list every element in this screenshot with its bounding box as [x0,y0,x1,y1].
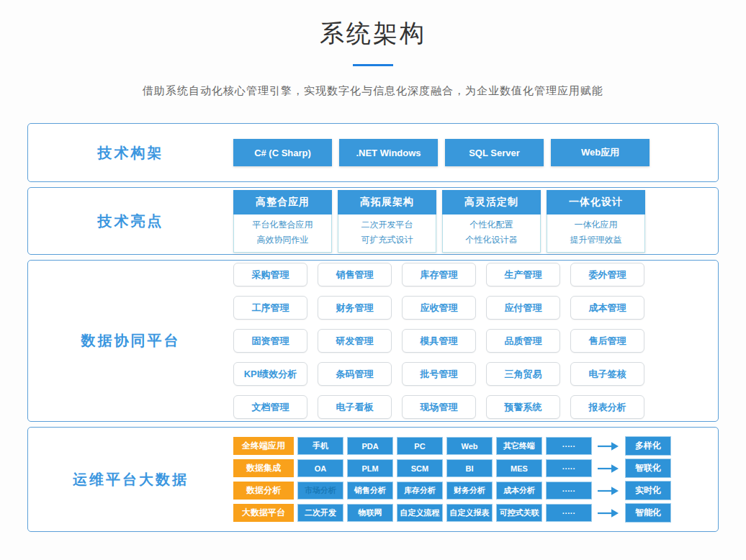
tech-framework-button[interactable]: Web应用 [551,139,650,166]
ops-item-button[interactable]: ····· [546,459,592,477]
platform-module-button[interactable]: 电子看板 [318,395,392,419]
ops-item-button[interactable]: 库存分析 [397,482,443,500]
ops-category-button[interactable]: 全终端应用 [233,437,294,455]
platform-module-button[interactable]: 成本管理 [570,296,644,320]
section-label-ops-bigdata: 运维平台大数据 [28,470,233,489]
data-platform-grid: 采购管理销售管理库存管理生产管理委外管理工序管理财务管理应收管理应付管理成本管理… [233,263,644,419]
platform-module-button[interactable]: 售后管理 [570,329,644,353]
ops-item-button[interactable]: Web [446,437,493,455]
highlight-card-body: 个性化配置个性化设计器 [442,214,541,253]
ops-item-button[interactable]: ····· [546,482,592,500]
section-label-tech-framework: 技术构架 [28,143,233,163]
platform-module-button[interactable]: 条码管理 [318,362,392,386]
ops-item-button[interactable]: PDA [347,437,393,455]
platform-module-button[interactable]: 品质管理 [486,329,560,353]
highlight-card-line: 平台化整合应用 [234,217,331,232]
highlight-card-line: 高效协同作业 [234,232,331,248]
platform-module-button[interactable]: 采购管理 [233,263,307,286]
ops-item-button[interactable]: BI [446,459,493,477]
highlight-card-line: 二次开发平台 [338,217,436,232]
tech-framework-button[interactable]: C# (C Sharp) [233,139,332,166]
highlight-card-header: 高拓展架构 [338,190,436,214]
section-tech-highlights: 技术亮点 高整合应用平台化整合应用高效协同作业高拓展架构二次开发平台可扩充式设计… [27,187,719,255]
ops-item-button[interactable]: SCM [397,459,443,477]
ops-item-button[interactable]: 财务分析 [446,482,493,500]
ops-item-button[interactable]: 二次开发 [297,504,343,522]
highlight-card-line: 提升管理效益 [547,232,644,248]
platform-module-button[interactable]: KPI绩效分析 [233,362,307,386]
ops-item-button[interactable]: 其它终端 [496,437,542,455]
platform-module-button[interactable]: 工序管理 [233,296,307,320]
title-underline [353,64,393,66]
ops-row: 大数据平台二次开发物联网自定义流程自定义报表可控式关联·····智能化 [233,503,671,523]
platform-module-button[interactable]: 应付管理 [486,296,560,320]
ops-item-button[interactable]: 销售分析 [347,482,393,500]
ops-item-button[interactable]: 成本分析 [496,482,542,500]
section-label-tech-highlights: 技术亮点 [28,212,233,231]
ops-category-button[interactable]: 数据分析 [233,482,294,500]
ops-row: 数据分析市场分析销售分析库存分析财务分析成本分析·····实时化 [233,481,671,500]
ops-category-button[interactable]: 数据集成 [233,459,294,477]
highlight-card-body: 一体化应用提升管理效益 [547,214,645,253]
platform-module-button[interactable]: 应收管理 [402,296,476,320]
arrow-right-icon [598,464,619,474]
highlight-card-header: 一体化设计 [547,190,645,214]
ops-item-button[interactable]: 市场分析 [297,482,343,500]
platform-module-button[interactable]: 库存管理 [402,263,476,286]
highlight-card: 一体化设计一体化应用提升管理效益 [547,190,645,253]
highlight-card: 高灵活定制个性化配置个性化设计器 [442,190,541,253]
ops-item-button[interactable]: 物联网 [347,504,393,522]
tech-framework-buttons: C# (C Sharp).NET WindowsSQL ServerWeb应用 [233,139,650,166]
platform-module-button[interactable]: 现场管理 [402,395,476,419]
tech-framework-button[interactable]: .NET Windows [339,139,438,166]
platform-module-button[interactable]: 财务管理 [318,296,392,320]
ops-result-button[interactable]: 智能化 [625,503,671,523]
highlight-card: 高整合应用平台化整合应用高效协同作业 [233,190,332,253]
ops-row: 数据集成OAPLMSCMBIMES·····智联化 [233,459,671,478]
highlight-card: 高拓展架构二次开发平台可扩充式设计 [338,190,436,253]
ops-result-button[interactable]: 多样化 [625,436,671,456]
page-header: 系统架构 借助系统自动化核心管理引擎，实现数字化与信息化深度融合，为企业数值化管… [0,0,746,98]
ops-item-button[interactable]: MES [496,459,542,477]
highlight-card-line: 个性化设计器 [443,232,540,248]
arrow-right-icon [598,508,619,518]
ops-bigdata-rows: 全终端应用手机PDAPCWeb其它终端·····多样化数据集成OAPLMSCMB… [233,436,671,523]
platform-module-button[interactable]: 三角贸易 [486,362,560,386]
section-ops-bigdata: 运维平台大数据 全终端应用手机PDAPCWeb其它终端·····多样化数据集成O… [27,427,719,532]
highlight-card-body: 二次开发平台可扩充式设计 [338,214,436,253]
ops-item-button[interactable]: ····· [546,437,592,455]
arrow-right-icon [598,486,619,496]
ops-row: 全终端应用手机PDAPCWeb其它终端·····多样化 [233,436,671,456]
platform-module-button[interactable]: 销售管理 [318,263,392,286]
ops-result-button[interactable]: 智联化 [625,459,671,478]
platform-module-button[interactable]: 模具管理 [402,329,476,353]
ops-item-button[interactable]: ····· [546,504,592,522]
ops-result-button[interactable]: 实时化 [625,481,671,500]
platform-module-button[interactable]: 研发管理 [318,329,392,353]
page-subtitle: 借助系统自动化核心管理引擎，实现数字化与信息化深度融合，为企业数值化管理应用赋能 [0,84,746,98]
arrow-right-icon [598,441,619,451]
ops-item-button[interactable]: PLM [347,459,393,477]
platform-module-button[interactable]: 生产管理 [486,263,560,286]
tech-framework-button[interactable]: SQL Server [445,139,544,166]
ops-item-button[interactable]: 自定义流程 [397,504,443,522]
tech-highlight-cards: 高整合应用平台化整合应用高效协同作业高拓展架构二次开发平台可扩充式设计高灵活定制… [233,190,645,253]
ops-item-button[interactable]: OA [297,459,343,477]
platform-module-button[interactable]: 固资管理 [233,329,307,353]
ops-item-button[interactable]: 可控式关联 [496,504,542,522]
ops-category-button[interactable]: 大数据平台 [233,504,294,522]
ops-item-button[interactable]: 手机 [297,437,343,455]
ops-item-button[interactable]: 自定义报表 [446,504,493,522]
platform-module-button[interactable]: 批号管理 [402,362,476,386]
section-data-platform: 数据协同平台 采购管理销售管理库存管理生产管理委外管理工序管理财务管理应收管理应… [27,260,719,422]
section-tech-framework: 技术构架 C# (C Sharp).NET WindowsSQL ServerW… [27,123,719,182]
section-label-data-platform: 数据协同平台 [28,331,233,351]
ops-item-button[interactable]: PC [397,437,443,455]
platform-module-button[interactable]: 报表分析 [570,395,644,419]
platform-module-button[interactable]: 委外管理 [570,263,644,286]
platform-module-button[interactable]: 电子签核 [570,362,644,386]
highlight-card-line: 可扩充式设计 [338,232,436,248]
platform-module-button[interactable]: 文档管理 [233,395,307,419]
platform-module-button[interactable]: 预警系统 [486,395,560,419]
page-title: 系统架构 [0,17,746,50]
